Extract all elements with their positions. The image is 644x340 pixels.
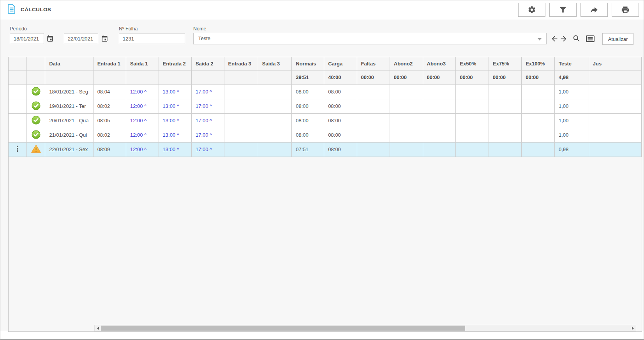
column-header-carga[interactable]: Carga (324, 57, 357, 70)
time-link-cell[interactable]: 12:00 ^ (126, 99, 159, 113)
status-cell-ok (27, 128, 45, 142)
time-link-cell[interactable]: 12:00 ^ (126, 113, 159, 128)
nome-selected-value: Teste (198, 35, 210, 41)
filter-icon (559, 5, 567, 14)
row-menu-cell (9, 128, 27, 142)
column-header-saida1[interactable]: Saída 1 (126, 57, 159, 70)
atualizar-button[interactable]: Atualizar (602, 33, 633, 45)
column-header-faltas[interactable]: Faltas (357, 57, 390, 70)
column-header-entrada2[interactable]: Entrada 2 (159, 57, 191, 70)
scrollbar-thumb[interactable] (101, 326, 465, 331)
grid-row[interactable]: 19/01/2021 - Ter08:0212:00 ^13:00 ^17:00… (9, 99, 642, 113)
totals-cell-carga: 40:00 (324, 70, 357, 85)
share-button[interactable] (580, 3, 608, 17)
cell-data: 21/01/2021 - Qui (45, 128, 93, 142)
cell-ex100 (522, 142, 555, 157)
time-link-cell[interactable]: 17:00 ^ (191, 113, 224, 128)
column-header-entrada1[interactable]: Entrada 1 (93, 57, 126, 70)
time-link-cell[interactable]: 12:00 ^ (126, 128, 159, 142)
app-window: CÁLCULOS (0, 0, 644, 340)
cell-abono3 (423, 85, 456, 99)
column-header-teste[interactable]: Teste (554, 57, 589, 70)
grid-row[interactable]: 21/01/2021 - Qui08:0212:00 ^13:00 ^17:00… (9, 128, 642, 142)
totals-cell-data (45, 70, 93, 85)
cell-jus (589, 113, 641, 128)
list-view-icon[interactable] (586, 35, 595, 42)
scroll-left-button[interactable] (95, 325, 101, 331)
cell-normais: 08:00 (292, 85, 324, 99)
row-menu-cell[interactable] (9, 142, 27, 157)
cell-entrada1: 08:02 (93, 99, 126, 113)
column-header-ex75[interactable]: Ex75% (489, 57, 521, 70)
next-arrow-icon[interactable] (559, 35, 568, 43)
row-menu-kebab-icon (14, 143, 21, 154)
column-header-jus[interactable]: Jus (589, 57, 641, 70)
scroll-left-icon (97, 327, 99, 330)
time-link-cell[interactable]: 13:00 ^ (159, 113, 191, 128)
time-link-cell[interactable]: 13:00 ^ (159, 85, 191, 99)
grid-row[interactable]: 20/01/2021 - Qua08:0512:00 ^13:00 ^17:00… (9, 113, 642, 128)
grid-row[interactable]: 18/01/2021 - Seg08:0412:00 ^13:00 ^17:00… (9, 85, 642, 99)
calendar-icon[interactable] (101, 35, 108, 42)
horizontal-scrollbar[interactable] (94, 325, 636, 331)
cell-saida3 (258, 85, 292, 99)
column-header-abono3[interactable]: Abono3 (423, 57, 456, 70)
column-header-empty (9, 57, 27, 70)
column-header-ex100[interactable]: Ex100% (522, 57, 555, 70)
search-icon[interactable] (572, 34, 581, 43)
column-header-normais[interactable]: Normais (292, 57, 324, 70)
time-link-cell[interactable]: 17:00 ^ (191, 85, 224, 99)
scroll-right-button[interactable] (630, 325, 636, 331)
cell-ex75 (489, 142, 521, 157)
check-ok-icon (32, 106, 41, 111)
column-header-saida3[interactable]: Saída 3 (258, 57, 292, 70)
time-link-cell[interactable]: 12:00 ^ (126, 85, 159, 99)
cell-ex75 (489, 99, 521, 113)
cell-entrada3 (224, 113, 258, 128)
time-link-cell[interactable]: 12:00 ^ (126, 142, 159, 157)
settings-button[interactable] (518, 3, 545, 17)
time-link-cell[interactable]: 17:00 ^ (191, 128, 224, 142)
gear-icon (528, 5, 536, 14)
calendar-icon[interactable] (46, 35, 54, 42)
time-link-cell[interactable]: 17:00 ^ (191, 99, 224, 113)
cell-normais: 07:51 (292, 142, 324, 157)
cell-jus (589, 99, 641, 113)
totals-cell-ex50: 00:00 (456, 70, 489, 85)
cell-faltas (357, 113, 390, 128)
periodo-from-input[interactable] (10, 33, 44, 44)
cell-ex100 (522, 128, 555, 142)
print-button[interactable] (612, 3, 639, 17)
column-header-data[interactable]: Data (45, 57, 93, 70)
status-cell-warning (27, 142, 45, 157)
cell-entrada3 (224, 142, 258, 157)
cell-abono2 (390, 113, 423, 128)
cell-teste: 1,00 (554, 85, 589, 99)
folha-input[interactable] (119, 33, 185, 44)
cell-jus (589, 128, 641, 142)
totals-cell-saida2 (191, 70, 224, 85)
time-link-cell[interactable]: 17:00 ^ (191, 142, 224, 157)
filter-button[interactable] (549, 3, 577, 17)
nome-select[interactable]: Teste (193, 33, 547, 44)
column-header-entrada3[interactable]: Entrada 3 (224, 57, 258, 70)
time-link-cell[interactable]: 13:00 ^ (159, 128, 191, 142)
grid-row[interactable]: 22/01/2021 - Sex08:0912:00 ^13:00 ^17:00… (9, 142, 642, 157)
cell-saida3 (258, 128, 292, 142)
totals-cell-abono3: 00:00 (423, 70, 456, 85)
column-header-saida2[interactable]: Saída 2 (191, 57, 224, 70)
cell-abono3 (423, 99, 456, 113)
column-header-ex50[interactable]: Ex50% (456, 57, 489, 70)
time-link-cell[interactable]: 13:00 ^ (159, 142, 191, 157)
cell-faltas (357, 99, 390, 113)
topbar: CÁLCULOS (0, 0, 644, 19)
document-icon (7, 4, 16, 16)
cell-normais: 08:00 (292, 113, 324, 128)
column-header-abono2[interactable]: Abono2 (390, 57, 423, 70)
periodo-to-input[interactable] (64, 33, 98, 44)
time-link-cell[interactable]: 13:00 ^ (159, 99, 191, 113)
cell-normais: 08:00 (292, 128, 324, 142)
previous-arrow-icon[interactable] (550, 35, 559, 43)
totals-cell-menu (9, 70, 27, 85)
periodo-label: Período (10, 26, 27, 32)
